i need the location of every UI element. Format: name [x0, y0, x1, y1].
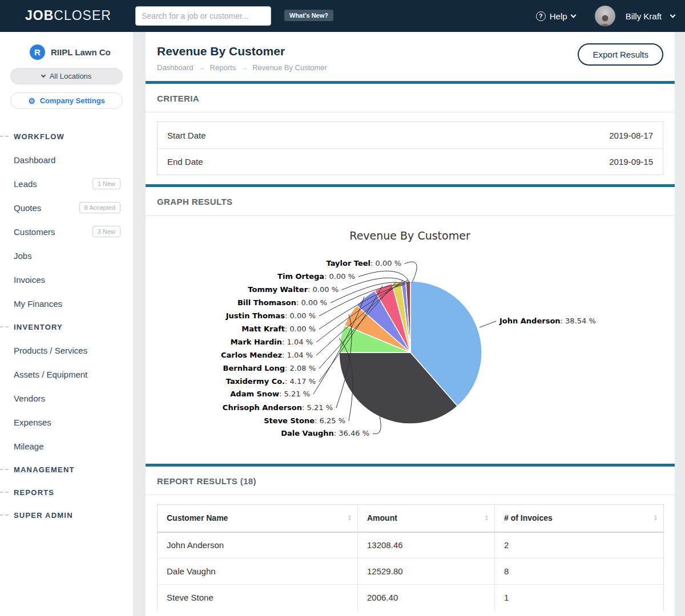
- table-sort-header[interactable]: # of Invoices▲▼: [495, 505, 664, 532]
- company-settings-label: Company Settings: [40, 96, 105, 105]
- pie-label: Chrisoph Anderson: 5.21 %: [223, 403, 333, 412]
- sidebar-item-label: Jobs: [14, 251, 32, 261]
- criteria-value: 2019-08-17: [609, 131, 653, 140]
- sidebar-item-vendors[interactable]: Vendors: [0, 386, 133, 410]
- criteria-label: Start Date: [167, 131, 206, 140]
- sidebar-section-label: SUPER ADMIN: [0, 511, 73, 520]
- sort-arrows-icon: ▲▼: [485, 514, 489, 521]
- sidebar-item-leads[interactable]: Leads1 New: [0, 172, 133, 196]
- pie-label: Justin Thomas: 0.00 %: [225, 311, 316, 320]
- graph-results-heading: GRAPH RESULTS: [146, 187, 675, 216]
- user-avatar[interactable]: [595, 6, 615, 26]
- sidebar-item-label: Quotes: [14, 203, 41, 213]
- sidebar-item-assets-equipment[interactable]: Assets / Equipment: [0, 362, 133, 386]
- sidebar-item-dashboard[interactable]: Dashboard: [0, 148, 133, 172]
- user-name[interactable]: Billy Kraft: [626, 11, 662, 21]
- help-menu[interactable]: ? Help: [536, 11, 575, 21]
- table-sort-header[interactable]: Customer Name▲▼: [158, 505, 358, 532]
- criteria-value: 2019-09-15: [609, 157, 653, 167]
- company-settings-button[interactable]: ⚙ Company Settings: [10, 92, 123, 109]
- pie-label: Tommy Walter: 0.00 %: [248, 285, 339, 294]
- sidebar-item-label: Customers: [14, 227, 55, 237]
- breadcrumb-item[interactable]: Reports: [210, 63, 236, 72]
- all-locations-dropdown[interactable]: All Locations: [10, 68, 123, 84]
- top-header: JOBCLOSER What's New? ? Help Billy Kraft: [0, 0, 685, 32]
- dash-marker-icon: [0, 136, 9, 137]
- table-sort-header[interactable]: Amount▲▼: [358, 505, 495, 532]
- criteria-heading: CRITERIA: [146, 84, 675, 112]
- sidebar-item-products-services[interactable]: Products / Services: [0, 338, 133, 362]
- breadcrumb-item[interactable]: Dashboard: [157, 63, 194, 72]
- sidebar-section-workflow[interactable]: WORKFLOW: [0, 125, 133, 148]
- pie-label: Carlos Mendez: 1.04 %: [221, 351, 313, 359]
- criteria-row: Start Date2019-08-17: [158, 122, 663, 148]
- sidebar-item-label: My Finances: [14, 299, 62, 309]
- sidebar-item-quotes[interactable]: Quotes8 Accepted: [0, 196, 133, 220]
- sidebar-item-label: Dashboard: [14, 155, 55, 165]
- sidebar-item-badge: 3 New: [92, 226, 120, 237]
- sidebar-item-label: Invoices: [14, 275, 45, 285]
- export-results-button[interactable]: Export Results: [578, 43, 663, 66]
- sidebar-item-label: Products / Services: [14, 346, 87, 355]
- sidebar-section-reports[interactable]: REPORTS: [0, 481, 133, 504]
- app-logo[interactable]: JOBCLOSER: [25, 8, 111, 23]
- sidebar-item-invoices[interactable]: Invoices: [0, 268, 133, 291]
- table-cell: Dale Vaughn: [158, 558, 358, 585]
- sidebar-section-label: INVENTORY: [0, 323, 63, 331]
- sidebar-item-badge: 8 Accepted: [79, 202, 120, 213]
- sidebar-item-customers[interactable]: Customers3 New: [0, 220, 133, 244]
- table-row[interactable]: Steve Stone2006.401: [158, 585, 664, 611]
- sidebar-item-my-finances[interactable]: My Finances: [0, 291, 133, 315]
- pie-chart: Revenue By CustomerTaylor Teel: 0.00 %Ti…: [146, 216, 675, 464]
- gear-icon: ⚙: [28, 97, 35, 105]
- pie-label: Matt Kraft: 0.00 %: [241, 325, 316, 333]
- chevron-down-icon: [41, 73, 45, 78]
- sidebar-item-label: Assets / Equipment: [14, 370, 87, 379]
- sidebar-item-mileage[interactable]: Mileage: [0, 434, 133, 458]
- chart-title: Revenue By Customer: [349, 229, 470, 242]
- dash-marker-icon: [0, 469, 9, 470]
- search-input[interactable]: [135, 6, 271, 26]
- table-row[interactable]: Dale Vaughn12529.808: [158, 558, 664, 585]
- sidebar-section-super-admin[interactable]: SUPER ADMIN: [0, 504, 133, 526]
- sidebar-item-jobs[interactable]: Jobs: [0, 244, 133, 268]
- help-label: Help: [550, 11, 567, 21]
- company-logo: R: [30, 44, 45, 60]
- logo-light: CLOSER: [54, 8, 111, 23]
- sidebar-nav: WORKFLOWDashboardLeads1 NewQuotes8 Accep…: [0, 125, 133, 526]
- sort-arrows-icon: ▲▼: [654, 514, 658, 521]
- sort-arrows-icon: ▲▼: [348, 514, 352, 521]
- sidebar: R RIIPL Lawn Co All Locations ⚙ Company …: [0, 32, 133, 616]
- pie-label: Taxidermy Co.: 4.17 %: [226, 377, 316, 386]
- pie-label: Bernhard Long: 2.08 %: [223, 364, 316, 372]
- sidebar-section-management[interactable]: MANAGEMENT: [0, 458, 133, 481]
- graph-results-section: GRAPH RESULTS Revenue By CustomerTaylor …: [146, 184, 675, 464]
- report-results-heading: REPORT RESULTS (18): [146, 467, 675, 495]
- report-results-section: REPORT RESULTS (18) Customer Name▲▼Amoun…: [146, 464, 675, 611]
- dash-marker-icon: [0, 492, 9, 493]
- breadcrumb-item: Revenue By Customer: [252, 63, 327, 72]
- breadcrumb-arrow-icon: →: [240, 63, 248, 72]
- pie-label: Steve Stone: 6.25 %: [264, 416, 345, 425]
- table-row[interactable]: John Anderson13208.462: [158, 532, 664, 558]
- sidebar-section-inventory[interactable]: INVENTORY: [0, 315, 133, 338]
- table-cell: 13208.46: [358, 532, 495, 558]
- pie-label: Taylor Teel: 0.00 %: [326, 259, 401, 268]
- report-table: Customer Name▲▼Amount▲▼# of Invoices▲▼ J…: [157, 504, 664, 611]
- sidebar-section-label: MANAGEMENT: [0, 465, 75, 474]
- company-header: R RIIPL Lawn Co: [0, 32, 133, 60]
- table-cell: 8: [495, 558, 664, 585]
- pie-label: Mark Hardin: 1.04 %: [231, 338, 313, 346]
- sidebar-item-badge: 1 New: [92, 178, 120, 189]
- page-header: Revenue By Customer Dashboard→Reports→Re…: [146, 32, 675, 81]
- pie-label: Tim Ortega: 0.00 %: [277, 272, 355, 281]
- breadcrumb-arrow-icon: →: [198, 63, 206, 72]
- pie-label: Dale Vaughn: 36.46 %: [281, 429, 369, 437]
- logo-bold: JOB: [25, 8, 54, 23]
- sidebar-item-expenses[interactable]: Expenses: [0, 410, 133, 434]
- sidebar-item-label: Vendors: [14, 394, 45, 403]
- chevron-down-icon[interactable]: [670, 12, 676, 18]
- chevron-down-icon: [570, 12, 576, 18]
- pie-label: Adam Snow: 5.21 %: [230, 390, 310, 398]
- whats-new-button[interactable]: What's New?: [284, 10, 333, 21]
